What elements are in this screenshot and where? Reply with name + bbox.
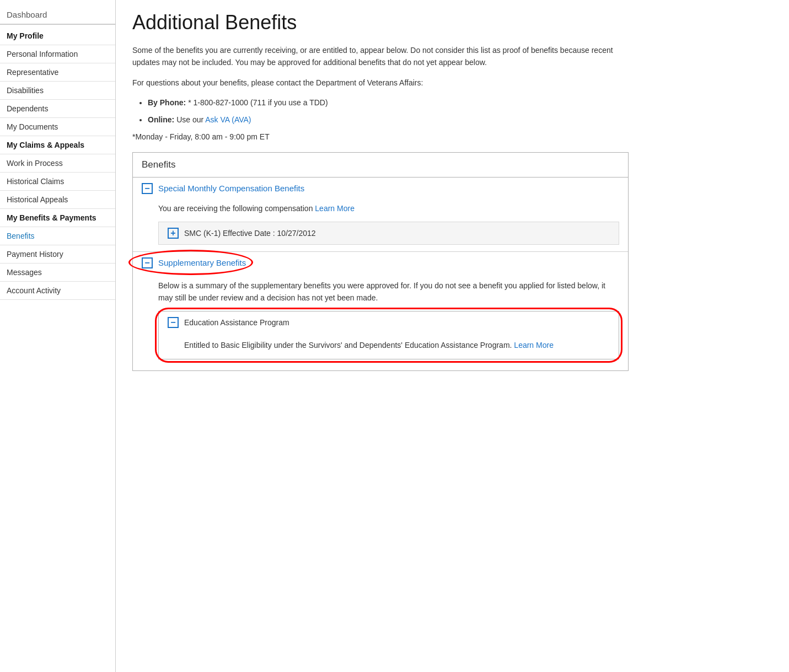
contact-phone-value: 1-800-827-1000 (711 if you use a TDD) [193,98,328,107]
education-description: Entitled to Basic Eligibility under the … [184,341,514,350]
sidebar-item-work-in-process[interactable]: Work in Process [0,154,115,173]
contact-online-item: Online: Use our Ask VA (AVA) [148,114,629,126]
education-outer-wrapper: − Education Assistance Program Entitled … [158,311,619,359]
main-content: Additional Benefits Some of the benefits… [116,0,645,672]
benefit1-title-link[interactable]: Special Monthly Compensation Benefits [158,184,304,193]
benefits-section-header: Benefits [133,153,628,178]
smc-entry-text: SMC (K-1) Effective Date : 10/27/2012 [184,229,316,238]
contact-phone-asterisk: * [188,98,191,107]
sidebar: Dashboard My Profile Personal Informatio… [0,0,116,672]
education-row: − Education Assistance Program Entitled … [158,311,619,359]
benefit1-content: You are receiving the following compensa… [133,200,628,219]
benefit2-title-row[interactable]: − Supplementary Benefits [133,252,628,274]
sidebar-item-disabilities[interactable]: Disabilities [0,82,115,100]
sidebar-item-messages[interactable]: Messages [0,264,115,282]
hours-note: *Monday - Friday, 8:00 am - 9:00 pm ET [132,132,629,141]
ask-va-link[interactable]: Ask VA (AVA) [205,115,251,124]
benefit1-description: You are receiving the following compensa… [158,204,315,213]
sidebar-item-personal-information[interactable]: Personal Information [0,45,115,63]
benefit-row-supplementary: − Supplementary Benefits Below is a summ… [133,252,628,359]
sidebar-item-benefits[interactable]: Benefits [0,227,115,245]
education-content: Entitled to Basic Eligibility under the … [159,334,619,359]
intro-paragraph: Some of the benefits you are currently r… [132,44,629,69]
contact-phone-item: By Phone: * 1-800-827-1000 (711 if you u… [148,96,629,109]
sidebar-item-historical-appeals[interactable]: Historical Appeals [0,191,115,209]
contact-phone-label: By Phone: [148,98,186,107]
contact-list: By Phone: * 1-800-827-1000 (711 if you u… [132,96,629,126]
sidebar-item-account-activity[interactable]: Account Activity [0,282,115,300]
sidebar-item-representative[interactable]: Representative [0,63,115,82]
sidebar-item-dashboard[interactable]: Dashboard [0,6,115,25]
sidebar-section-my-claims: My Claims & Appeals [0,136,115,154]
sidebar-section-my-benefits: My Benefits & Payments [0,209,115,227]
benefit1-learn-more[interactable]: Learn More [315,204,355,213]
education-title-row[interactable]: − Education Assistance Program [159,311,619,334]
page-title: Additional Benefits [132,11,629,34]
collapse-icon-supplementary: − [142,257,153,268]
collapse-icon-education: − [168,317,179,328]
benefit-row-smc: − Special Monthly Compensation Benefits … [133,178,628,252]
benefits-section: Benefits − Special Monthly Compensation … [132,152,629,371]
contact-online-label: Online: [148,115,174,124]
education-title: Education Assistance Program [184,318,289,327]
benefit2-title-link[interactable]: Supplementary Benefits [158,258,246,267]
benefit2-content: Below is a summary of the supplementary … [133,274,628,311]
smc-entry-row[interactable]: + SMC (K-1) Effective Date : 10/27/2012 [158,222,619,245]
contact-online-prefix: Use our [176,115,205,124]
sidebar-item-payment-history[interactable]: Payment History [0,245,115,264]
collapse-icon-smc: − [142,183,153,194]
contact-heading: For questions about your benefits, pleas… [132,77,629,89]
sidebar-item-my-documents[interactable]: My Documents [0,118,115,136]
benefit1-title-row[interactable]: − Special Monthly Compensation Benefits [133,178,628,200]
sidebar-item-dependents[interactable]: Dependents [0,100,115,118]
sidebar-section-my-profile: My Profile [0,27,115,45]
plus-icon-smc: + [168,228,179,239]
education-learn-more[interactable]: Learn More [514,341,554,350]
sidebar-item-historical-claims[interactable]: Historical Claims [0,173,115,191]
